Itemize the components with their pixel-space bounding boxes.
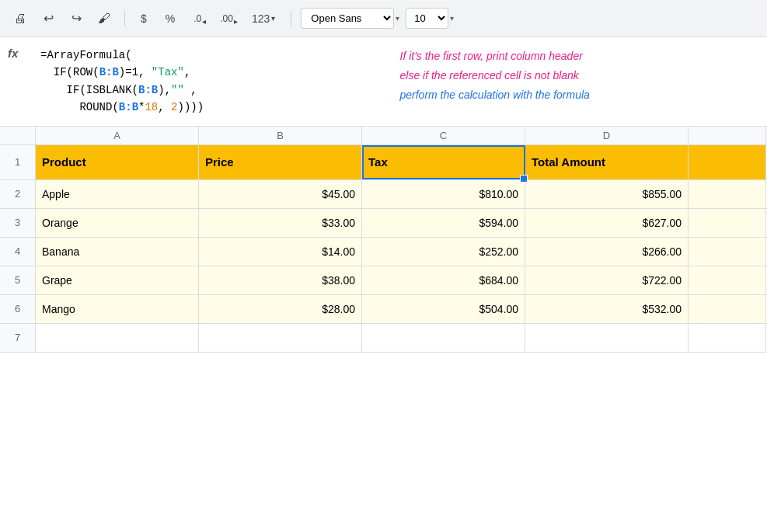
- formula-comment: If it's the first row, print column head…: [385, 43, 760, 109]
- cell-e3[interactable]: [689, 209, 766, 237]
- cell-a2[interactable]: Apple: [36, 180, 199, 208]
- row-num-1: 1: [0, 145, 36, 179]
- cell-c3[interactable]: $594.00: [362, 209, 525, 237]
- cell-b1[interactable]: Price: [199, 145, 362, 179]
- grid-row-7: 7: [0, 324, 767, 353]
- font-size-selector[interactable]: 10: [406, 8, 448, 29]
- font-family-selector[interactable]: Open Sans: [301, 8, 394, 29]
- formula-content[interactable]: =ArrayFormula( IF(ROW(B:B)=1, "Tax", IF(…: [40, 43, 385, 120]
- grid-row-6: 6 Mango $28.00 $504.00 $532.00: [0, 295, 767, 324]
- cell-e6[interactable]: [689, 295, 766, 323]
- cell-e1[interactable]: [689, 145, 766, 179]
- row-num-2: 2: [0, 180, 36, 208]
- grid-row-1: 1 Product Price Tax Total Amount: [0, 145, 767, 180]
- undo-icon[interactable]: ↩: [37, 8, 59, 30]
- grid-row-3: 3 Orange $33.00 $594.00 $627.00: [0, 209, 767, 238]
- decimal-increase-button[interactable]: .00 ▸: [214, 10, 239, 27]
- cell-d5[interactable]: $722.00: [525, 266, 689, 294]
- cell-c4[interactable]: $252.00: [362, 238, 525, 266]
- percent-format-button[interactable]: %: [159, 9, 181, 28]
- cell-b2[interactable]: $45.00: [199, 180, 362, 208]
- cell-c7[interactable]: [362, 324, 525, 352]
- cell-b7[interactable]: [199, 324, 362, 352]
- grid-row-5: 5 Grape $38.00 $684.00 $722.00: [0, 266, 767, 295]
- cell-e7[interactable]: [689, 324, 766, 352]
- cell-b6[interactable]: $28.00: [199, 295, 362, 323]
- grid-row-2: 2 Apple $45.00 $810.00 $855.00: [0, 180, 767, 209]
- formula-line2: IF(ROW(B:B)=1, "Tax",: [40, 64, 385, 81]
- col-header-b[interactable]: B: [199, 127, 362, 144]
- formula-line3: IF(ISBLANK(B:B),"" ,: [40, 82, 385, 99]
- formula-line4: ROUND(B:B*18, 2)))): [40, 99, 385, 116]
- cell-c6[interactable]: $504.00: [362, 295, 525, 323]
- cell-a6[interactable]: Mango: [36, 295, 199, 323]
- spreadsheet: A B C D 1 Product Price Tax Total Amount…: [0, 127, 767, 353]
- row-num-7: 7: [0, 324, 36, 352]
- dollar-format-button[interactable]: $: [134, 9, 153, 28]
- grid-row-4: 4 Banana $14.00 $252.00 $266.00: [0, 238, 767, 266]
- font-size-chevron: ▾: [450, 14, 454, 23]
- row-num-3: 3: [0, 209, 36, 237]
- cell-a1[interactable]: Product: [36, 145, 199, 179]
- cell-a3[interactable]: Orange: [36, 209, 199, 237]
- formula-bar: fx =ArrayFormula( IF(ROW(B:B)=1, "Tax", …: [0, 37, 767, 127]
- divider1: [124, 11, 125, 26]
- row-num-4: 4: [0, 238, 36, 266]
- cell-d7[interactable]: [525, 324, 689, 352]
- row-num-corner: [0, 127, 36, 144]
- cell-a4[interactable]: Banana: [36, 238, 199, 266]
- column-headers: A B C D: [0, 127, 767, 145]
- decimal-increase-label: .00: [220, 13, 233, 24]
- font-selector-chevron: ▾: [396, 14, 399, 23]
- cell-d3[interactable]: $627.00: [525, 209, 689, 237]
- cell-c1[interactable]: Tax: [362, 145, 525, 179]
- cell-b5[interactable]: $38.00: [199, 266, 362, 294]
- more-formats-label: 123: [252, 12, 270, 25]
- redo-icon[interactable]: ↪: [65, 8, 87, 30]
- toolbar: 🖨 ↩ ↪ 🖌 $ % .0 ◂ .00 ▸ 123 ▾ Open Sans ▾…: [0, 0, 767, 37]
- more-formats-chevron: ▾: [271, 14, 275, 23]
- col-header-e[interactable]: [689, 127, 766, 144]
- cell-c5[interactable]: $684.00: [362, 266, 525, 294]
- decimal-decrease-label: .0: [193, 13, 201, 24]
- cell-e5[interactable]: [689, 266, 766, 294]
- print-icon[interactable]: 🖨: [9, 8, 31, 30]
- cell-d6[interactable]: $532.00: [525, 295, 689, 323]
- cell-e4[interactable]: [689, 238, 766, 266]
- row-num-5: 5: [0, 266, 36, 294]
- fx-label: fx: [8, 47, 31, 60]
- comment-line3: perform the calculation with the formula: [400, 85, 744, 105]
- col-header-c[interactable]: C: [362, 127, 525, 144]
- cell-b4[interactable]: $14.00: [199, 238, 362, 266]
- row-num-6: 6: [0, 295, 36, 323]
- comment-line2: else if the referenced cell is not blank: [400, 66, 744, 85]
- formula-line1: =ArrayFormula(: [40, 47, 385, 64]
- col-header-d[interactable]: D: [525, 127, 689, 144]
- paint-format-icon[interactable]: 🖌: [93, 8, 115, 30]
- cell-d2[interactable]: $855.00: [525, 180, 689, 208]
- cell-e2[interactable]: [689, 180, 766, 208]
- more-formats-button[interactable]: 123 ▾: [246, 9, 281, 28]
- decimal-decrease-button[interactable]: .0 ◂: [187, 10, 207, 27]
- cell-c2[interactable]: $810.00: [362, 180, 525, 208]
- cell-a5[interactable]: Grape: [36, 266, 199, 294]
- col-header-a[interactable]: A: [36, 127, 199, 144]
- cell-d1[interactable]: Total Amount: [525, 145, 689, 179]
- cell-b3[interactable]: $33.00: [199, 209, 362, 237]
- divider2: [291, 11, 291, 26]
- comment-line1: If it's the first row, print column head…: [400, 47, 744, 66]
- cell-d4[interactable]: $266.00: [525, 238, 689, 266]
- cell-a7[interactable]: [36, 324, 199, 352]
